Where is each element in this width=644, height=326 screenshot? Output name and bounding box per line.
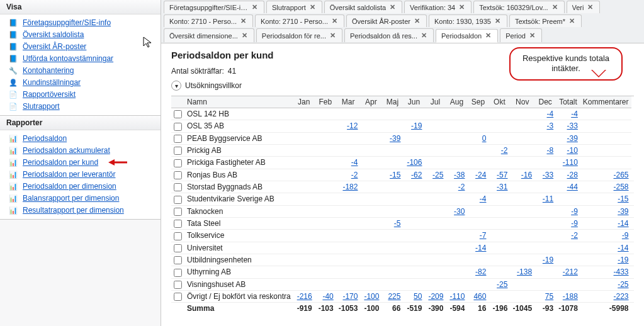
value-link[interactable]: -258 (614, 183, 629, 191)
value-link[interactable]: 75 (545, 292, 553, 301)
value-link[interactable]: -4 (571, 110, 578, 118)
value-link[interactable]: 225 (388, 292, 400, 301)
tab[interactable]: Översikt dimensione...✕ (164, 28, 254, 42)
value-link[interactable]: -2 (458, 183, 465, 191)
sidebar-item[interactable]: 📊Periodsaldon (0, 133, 161, 145)
value-link[interactable]: -19 (411, 121, 422, 130)
tab[interactable]: Konto: 2710 - Perso...✕ (164, 14, 253, 27)
sidebar-item-label[interactable]: Utförda kontoavstämningar (23, 54, 113, 63)
value-link[interactable]: -182 (342, 183, 358, 191)
value-link[interactable]: -14 (618, 244, 628, 252)
sidebar-item[interactable]: 📊Balansrapport per dimension (0, 193, 161, 205)
tab[interactable]: Verifikation: 34✕ (404, 1, 472, 13)
tab[interactable]: Konto: 1930, 1935✕ (429, 14, 507, 27)
sidebar-item[interactable]: 📊Periodsaldon per kund (0, 157, 161, 169)
close-icon[interactable]: ✕ (240, 31, 249, 40)
sidebar-item[interactable]: 📘Översikt ÅR-poster (0, 41, 161, 53)
value-link[interactable]: -9 (571, 207, 578, 216)
sidebar-item-label[interactable]: Balansrapport per dimension (23, 194, 119, 203)
tab[interactable]: Företagsuppgifter/SIE-info✕ (164, 1, 264, 13)
value-link[interactable]: -2 (501, 146, 508, 155)
value-link[interactable]: -170 (342, 292, 358, 301)
column-header[interactable]: Apr (360, 96, 381, 108)
close-icon[interactable]: ✕ (494, 17, 502, 25)
value-link[interactable]: -4 (546, 110, 553, 118)
close-icon[interactable]: ✕ (568, 17, 576, 25)
sidebar-item-label[interactable]: Periodsaldon per leverantör (23, 170, 115, 179)
sidebar-item[interactable]: 📄Slutrapport (0, 101, 161, 113)
row-checkbox[interactable] (174, 135, 182, 143)
value-link[interactable]: -33 (567, 121, 578, 130)
value-link[interactable]: -2 (351, 171, 358, 179)
sidebar-item-label[interactable]: Företagsuppgifter/SIE-info (23, 18, 111, 27)
value-link[interactable]: -265 (614, 171, 629, 179)
close-icon[interactable]: ✕ (308, 3, 317, 11)
value-link[interactable]: -216 (297, 292, 312, 301)
value-link[interactable]: -209 (428, 292, 443, 301)
tab[interactable]: Periodsaldon✕ (436, 29, 498, 43)
value-link[interactable]: -14 (475, 244, 486, 252)
value-link[interactable]: -223 (614, 292, 629, 301)
value-link[interactable]: -24 (475, 171, 486, 179)
value-link[interactable]: -19 (618, 256, 628, 264)
row-checkbox[interactable] (174, 147, 182, 155)
column-header[interactable]: Jul (424, 96, 446, 108)
value-link[interactable]: -212 (563, 267, 578, 276)
sidebar-item-label[interactable]: Slutrapport (23, 102, 60, 111)
row-checkbox[interactable] (174, 171, 182, 179)
sidebar-item-label[interactable]: Periodsaldon per dimension (23, 182, 116, 191)
tab[interactable]: Konto: 2710 - Perso...✕ (255, 14, 344, 27)
column-header[interactable]: Mar (336, 96, 361, 108)
expand-filter-icon[interactable]: ▾ (171, 81, 181, 91)
column-header[interactable]: Sep (467, 96, 489, 108)
row-checkbox[interactable] (174, 196, 182, 204)
column-header[interactable]: Okt (489, 96, 510, 108)
column-header[interactable]: Namn (184, 96, 293, 108)
sidebar-item[interactable]: 📊Periodsaldon per dimension (0, 181, 161, 193)
value-link[interactable]: -106 (407, 158, 422, 167)
value-link[interactable]: -4 (480, 194, 487, 203)
column-header[interactable]: Maj (381, 96, 403, 108)
value-link[interactable]: -433 (614, 267, 629, 276)
row-checkbox[interactable] (174, 269, 182, 277)
row-checkbox[interactable] (174, 159, 182, 167)
value-link[interactable]: -15 (618, 194, 628, 203)
row-checkbox[interactable] (174, 208, 182, 216)
close-icon[interactable]: ✕ (484, 31, 492, 40)
column-header[interactable]: Totalt (556, 96, 580, 108)
value-link[interactable]: -188 (563, 292, 578, 301)
value-link[interactable]: -16 (521, 171, 532, 179)
value-link[interactable]: -9 (622, 231, 629, 240)
row-checkbox[interactable] (174, 281, 182, 289)
value-link[interactable]: -100 (364, 292, 379, 301)
close-icon[interactable]: ✕ (586, 3, 594, 11)
close-icon[interactable]: ✕ (528, 31, 536, 40)
close-icon[interactable]: ✕ (458, 3, 466, 11)
value-link[interactable]: -11 (543, 194, 553, 203)
sidebar-item[interactable]: 📊Periodsaldon ackumulerat (0, 145, 161, 157)
tab[interactable]: Översikt ÅR-poster✕ (346, 14, 427, 27)
row-checkbox[interactable] (174, 232, 182, 240)
column-header[interactable]: Jun (403, 96, 424, 108)
value-link[interactable]: -110 (563, 158, 578, 167)
row-checkbox[interactable] (174, 183, 182, 191)
tab[interactable]: Period✕ (500, 28, 542, 42)
sidebar-item[interactable]: 📘Utförda kontoavstämningar (0, 53, 161, 65)
close-icon[interactable]: ✕ (329, 31, 337, 40)
close-icon[interactable]: ✕ (413, 17, 421, 25)
row-checkbox[interactable] (174, 256, 182, 264)
value-link[interactable]: -9 (571, 219, 578, 228)
row-checkbox[interactable] (174, 293, 182, 301)
value-link[interactable]: -44 (567, 183, 578, 191)
value-link[interactable]: -2 (571, 231, 578, 240)
column-header[interactable]: Nov (510, 96, 534, 108)
column-header[interactable]: Feb (315, 96, 336, 108)
column-header[interactable]: Jan (293, 96, 315, 108)
sidebar-item-label[interactable]: Rapportöversikt (23, 90, 76, 99)
value-link[interactable]: -110 (449, 292, 465, 301)
column-header[interactable]: Aug (446, 96, 467, 108)
value-link[interactable]: -82 (475, 267, 486, 276)
sidebar-item[interactable]: 📄Rapportöversikt (0, 89, 161, 101)
close-icon[interactable]: ✕ (420, 31, 428, 40)
sidebar-item-label[interactable]: Resultatrapport per dimension (23, 206, 124, 215)
